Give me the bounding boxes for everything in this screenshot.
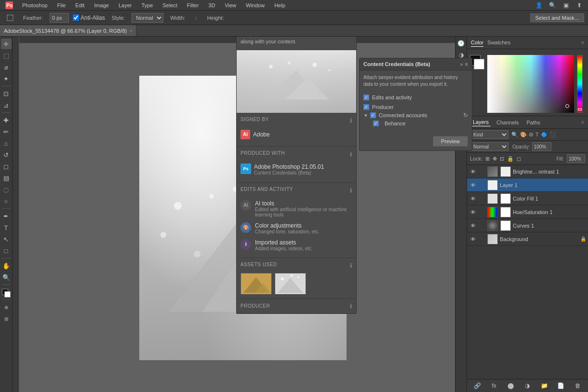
- color-spectrum[interactable]: [487, 55, 574, 113]
- layer-eye-brightness[interactable]: 👁: [469, 168, 477, 176]
- menu-photoshop[interactable]: Photoshop: [20, 1, 50, 9]
- tab-channels[interactable]: Channels: [494, 119, 521, 126]
- cc-signed-info-icon[interactable]: ℹ: [350, 117, 352, 124]
- layer-item-curves[interactable]: 👁 Curves 1: [467, 219, 588, 232]
- layer-item-huesat[interactable]: 👁 Hue/Saturation 1: [467, 205, 588, 219]
- share-icon[interactable]: ⬆: [575, 0, 584, 10]
- cc-asset-snow[interactable]: [275, 273, 306, 295]
- lock-all-icon[interactable]: 🔒: [507, 156, 514, 162]
- hue-slider-container[interactable]: [577, 55, 583, 113]
- opacity-input[interactable]: [532, 142, 551, 151]
- fill-input[interactable]: [567, 154, 585, 163]
- cc-checkbox-behance[interactable]: ✓: [373, 121, 379, 126]
- tool-dodge[interactable]: ○: [1, 196, 12, 206]
- layer-eye-curves[interactable]: 👁: [469, 222, 477, 230]
- cc-checkbox-row-producer[interactable]: ✓ Producer: [363, 102, 468, 112]
- cc-checkbox-row-edits[interactable]: ✓ Edits and activity: [363, 93, 468, 102]
- cc-refresh-icon[interactable]: ↻: [463, 112, 468, 119]
- tool-type[interactable]: T: [1, 222, 12, 233]
- cc-checkbox-connected[interactable]: ✓: [370, 112, 376, 118]
- lock-extra-icon[interactable]: ◻: [517, 156, 521, 162]
- layers-blend-mode-select[interactable]: Kind: [470, 130, 508, 139]
- cc-panel-menu-icon[interactable]: ≡: [465, 61, 468, 67]
- tab-paths[interactable]: Paths: [525, 119, 542, 126]
- lock-position-icon[interactable]: ⊞: [485, 156, 490, 162]
- layer-eye-colorfill[interactable]: 👁: [469, 195, 477, 203]
- menu-type[interactable]: Type: [139, 1, 155, 9]
- menu-view[interactable]: View: [223, 1, 238, 9]
- color-panel-collapse[interactable]: ≡: [581, 40, 584, 45]
- cc-edits-info-icon[interactable]: ℹ: [350, 187, 352, 194]
- tool-gradient[interactable]: ▤: [1, 173, 12, 183]
- tab-color[interactable]: Color: [471, 39, 483, 47]
- tab-swatches[interactable]: Swatches: [487, 39, 510, 47]
- lock-move-icon[interactable]: ✥: [493, 156, 497, 162]
- tool-lasso[interactable]: ⌀: [1, 62, 12, 72]
- layer-item-brightness[interactable]: 👁 Brightne... ontrast 1: [467, 165, 588, 178]
- menu-window[interactable]: Window: [244, 1, 267, 9]
- layer-item-colorfill[interactable]: 👁 Color Fill 1: [467, 192, 588, 205]
- menu-3d[interactable]: 3D: [206, 1, 217, 9]
- tool-history-brush[interactable]: ↺: [1, 149, 12, 160]
- arrange-icon[interactable]: ▣: [561, 0, 571, 10]
- select-and-mask-button[interactable]: Select and Mask...: [530, 14, 585, 22]
- bg-color-box[interactable]: [474, 59, 484, 69]
- feather-input[interactable]: [50, 13, 69, 23]
- color-swatch-container[interactable]: [2, 289, 11, 297]
- color-spectrum-container[interactable]: [487, 55, 574, 113]
- tool-blur[interactable]: ◌: [1, 184, 12, 195]
- tool-path-select[interactable]: ↖: [1, 234, 12, 244]
- tool-eraser[interactable]: ◻: [1, 161, 12, 172]
- cc-produced-info-icon[interactable]: ℹ: [350, 151, 352, 158]
- tool-healing[interactable]: ✚: [1, 115, 12, 125]
- layer-eye-huesat[interactable]: 👁: [469, 208, 477, 216]
- tool-crop[interactable]: ⊡: [1, 88, 12, 99]
- history-panel-icon[interactable]: 🕐: [456, 39, 466, 48]
- quick-mask-icon[interactable]: ⊕: [1, 302, 12, 312]
- cc-checkbox-producer[interactable]: ✓: [363, 104, 369, 110]
- menu-select[interactable]: Select: [160, 1, 179, 9]
- layer-item-background[interactable]: 👁 Background 🔒: [467, 232, 588, 246]
- blend-mode-select[interactable]: Normal: [470, 142, 508, 151]
- user-icon[interactable]: 👤: [534, 0, 544, 10]
- cc-assets-info-icon[interactable]: ℹ: [350, 262, 352, 269]
- layers-adjustment-button[interactable]: ◑: [523, 381, 532, 390]
- tool-brush[interactable]: ✏: [1, 126, 12, 137]
- color-picker-indicator[interactable]: [565, 104, 569, 108]
- cc-checkbox-edits[interactable]: ✓: [363, 95, 369, 100]
- menu-edit[interactable]: Edit: [73, 1, 86, 9]
- cc-expand-connected-icon[interactable]: ▼: [363, 113, 368, 118]
- layers-new-layer-button[interactable]: 📄: [557, 381, 565, 390]
- cc-panel-expand-icon[interactable]: »: [460, 61, 463, 67]
- layers-mask-button[interactable]: ⬤: [507, 381, 515, 390]
- tool-zoom[interactable]: 🔍: [1, 272, 12, 283]
- menu-layer[interactable]: Layer: [117, 1, 134, 9]
- cc-producer-info-icon[interactable]: ℹ: [350, 303, 352, 310]
- menu-file[interactable]: File: [55, 1, 68, 9]
- menu-help[interactable]: Help: [272, 1, 287, 9]
- tool-move[interactable]: ✛: [1, 39, 12, 49]
- anti-alias-checkbox-label[interactable]: Anti-Alias: [73, 14, 105, 21]
- tool-magic-wand[interactable]: ✦: [1, 73, 12, 84]
- layer-eye-background[interactable]: 👁: [469, 235, 477, 243]
- background-color-swatch[interactable]: [4, 291, 11, 297]
- search-icon[interactable]: 🔍: [548, 0, 557, 10]
- menu-filter[interactable]: Filter: [185, 1, 200, 9]
- menu-image[interactable]: Image: [92, 1, 111, 9]
- tool-clone[interactable]: ⌂: [1, 138, 12, 149]
- layer-item-layer1[interactable]: 👁 Layer 1: [467, 178, 588, 192]
- layers-fx-button[interactable]: fx: [490, 381, 498, 390]
- tool-pen[interactable]: ✒: [1, 211, 12, 221]
- layer-eye-layer1[interactable]: 👁: [469, 181, 477, 189]
- tool-hand[interactable]: ✋: [1, 260, 12, 271]
- style-select[interactable]: Normal: [132, 13, 163, 23]
- file-tab-close[interactable]: ×: [130, 28, 132, 33]
- file-tab[interactable]: AdobeStock_55134478 @ 66.67% (Layer 0, R…: [0, 25, 136, 36]
- cc-preview-button[interactable]: Preview: [433, 136, 468, 147]
- layers-delete-button[interactable]: 🗑: [574, 381, 582, 390]
- anti-alias-checkbox[interactable]: [73, 14, 79, 21]
- screen-mode-icon[interactable]: ⊞: [1, 313, 12, 324]
- tool-shape[interactable]: □: [1, 245, 12, 256]
- cc-asset-pyramid[interactable]: i: [241, 273, 272, 295]
- layers-group-button[interactable]: 📁: [540, 381, 548, 390]
